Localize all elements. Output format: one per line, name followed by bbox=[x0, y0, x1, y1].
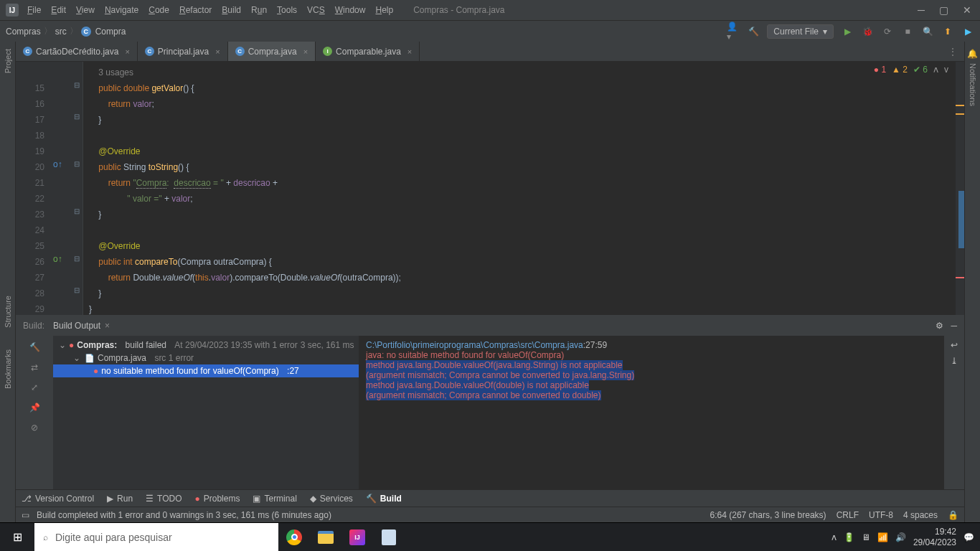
hide-panel-icon[interactable]: ─ bbox=[951, 321, 957, 331]
tray-notifications-icon[interactable]: 💬 bbox=[963, 532, 974, 542]
debug-icon[interactable]: 🐞 bbox=[861, 25, 874, 38]
close-icon[interactable]: × bbox=[303, 47, 308, 56]
menu-vcs[interactable]: VCS bbox=[307, 5, 325, 15]
minimize-button[interactable]: ─ bbox=[918, 4, 925, 16]
tool-run[interactable]: ▶ Run bbox=[107, 494, 133, 504]
menu-file[interactable]: File bbox=[27, 5, 41, 15]
breadcrumb[interactable]: Compras 〉 src 〉 C Compra bbox=[6, 25, 126, 37]
status-eol[interactable]: CRLF bbox=[837, 510, 859, 520]
menu-help[interactable]: Help bbox=[375, 5, 393, 15]
search-icon: ⌕ bbox=[43, 532, 48, 542]
tool-project[interactable]: Project bbox=[4, 49, 12, 73]
tab-cartao[interactable]: CCartãoDeCrédito.java× bbox=[16, 42, 138, 61]
prev-highlight-icon[interactable]: ʌ bbox=[933, 65, 938, 75]
coverage-icon[interactable]: ⟳ bbox=[881, 25, 894, 38]
menu-view[interactable]: View bbox=[76, 5, 95, 15]
class-icon: C bbox=[81, 27, 91, 37]
editor-scrollbar[interactable] bbox=[956, 62, 964, 315]
crumb-project[interactable]: Compras bbox=[6, 27, 41, 37]
taskbar-explorer-icon[interactable] bbox=[310, 523, 341, 551]
taskbar-search[interactable]: ⌕ Digite aqui para pesquisar bbox=[34, 523, 278, 551]
window-title: Compras - Compra.java bbox=[413, 5, 504, 15]
status-bar: ▭ Build completed with 1 error and 0 war… bbox=[16, 507, 964, 522]
status-message: Build completed with 1 error and 0 warni… bbox=[37, 510, 331, 520]
toggle-view-icon[interactable]: ⇄ bbox=[27, 360, 42, 375]
maximize-button[interactable]: ▢ bbox=[939, 4, 948, 16]
tray-clock[interactable]: 19:42 29/04/2023 bbox=[913, 527, 956, 547]
menu-window[interactable]: Window bbox=[335, 5, 366, 15]
tray-wifi-icon[interactable]: 📶 bbox=[877, 532, 888, 542]
tool-bookmarks[interactable]: Bookmarks bbox=[4, 349, 12, 389]
taskbar-chrome-icon[interactable] bbox=[278, 523, 310, 551]
build-label: Build: bbox=[23, 321, 44, 331]
code-content[interactable]: ● 1 ▲ 2 ✔ 6 ʌ v 3 usages public double g… bbox=[83, 62, 956, 315]
ide-update-icon[interactable]: ⬆ bbox=[941, 25, 954, 38]
tab-comparable[interactable]: IComparable.java× bbox=[316, 42, 420, 61]
tool-structure[interactable]: Structure bbox=[4, 296, 12, 328]
run-config-selector[interactable]: Current File▾ bbox=[767, 24, 834, 39]
tool-services[interactable]: ◆ Services bbox=[310, 494, 353, 504]
close-icon[interactable]: × bbox=[125, 47, 129, 56]
filter-icon[interactable]: ⊘ bbox=[27, 420, 42, 435]
crumb-folder[interactable]: src bbox=[55, 27, 67, 37]
build-icon[interactable]: 🔨 bbox=[747, 25, 760, 38]
learn-icon[interactable]: ▶ bbox=[961, 25, 974, 38]
tool-build[interactable]: 🔨 Build bbox=[366, 494, 402, 504]
soft-wrap-icon[interactable]: ↩ bbox=[951, 340, 958, 350]
pin-icon[interactable]: 📌 bbox=[27, 400, 42, 415]
taskbar-notepad-icon[interactable] bbox=[373, 523, 405, 551]
lock-icon[interactable]: 🔒 bbox=[948, 510, 958, 520]
tool-todo[interactable]: ☰ TODO bbox=[146, 494, 182, 504]
usages-hint[interactable]: 3 usages bbox=[98, 67, 133, 77]
build-panel: Build: Build Output × ⚙ ─ 🔨 ⇄ ⤢ 📌 ⊘ ⌄● bbox=[16, 315, 964, 489]
tray-chevron-icon[interactable]: ʌ bbox=[831, 532, 837, 542]
close-button[interactable]: ✕ bbox=[963, 4, 971, 16]
stop-icon[interactable]: ■ bbox=[901, 25, 914, 38]
menu-refactor[interactable]: Refactor bbox=[179, 5, 212, 15]
tool-problems[interactable]: ● Problems bbox=[195, 494, 240, 504]
status-tool-icon[interactable]: ▭ bbox=[22, 510, 29, 520]
tool-terminal[interactable]: ▣ Terminal bbox=[253, 494, 296, 504]
menu-code[interactable]: Code bbox=[149, 5, 169, 15]
user-icon[interactable]: 👤▾ bbox=[727, 25, 740, 38]
build-output[interactable]: C:\Portifolio\primeiroprograma\Compras\s… bbox=[359, 336, 944, 489]
status-encoding[interactable]: UTF-8 bbox=[869, 510, 893, 520]
menu-edit[interactable]: Edit bbox=[51, 5, 66, 15]
tab-compra[interactable]: CCompra.java× bbox=[228, 42, 316, 61]
tray-language-icon[interactable]: 🖥 bbox=[862, 532, 870, 542]
build-output-tab[interactable]: Build Output × bbox=[53, 321, 110, 331]
code-editor[interactable]: 151617 18192021 22232425 26272829 ⊟ ⊟ o↑… bbox=[16, 62, 964, 315]
menu-run[interactable]: Run bbox=[251, 5, 267, 15]
tree-root[interactable]: ⌄● Compras: build failed At 29/04/2023 1… bbox=[53, 339, 359, 352]
close-icon[interactable]: × bbox=[407, 47, 412, 56]
tab-principal[interactable]: CPrincipal.java× bbox=[138, 42, 228, 61]
run-icon[interactable]: ▶ bbox=[841, 25, 854, 38]
rerun-icon[interactable]: 🔨 bbox=[27, 340, 42, 354]
tool-vcs[interactable]: ⎇ Version Control bbox=[22, 494, 94, 504]
close-icon[interactable]: × bbox=[215, 47, 220, 56]
build-tree[interactable]: ⌄● Compras: build failed At 29/04/2023 1… bbox=[53, 336, 359, 489]
notification-bell-icon[interactable]: 🔔 bbox=[967, 49, 978, 59]
next-highlight-icon[interactable]: v bbox=[944, 65, 948, 75]
scroll-end-icon[interactable]: ⤓ bbox=[951, 356, 958, 366]
tab-menu-icon[interactable]: ⋮ bbox=[948, 47, 957, 57]
status-position[interactable]: 6:64 (267 chars, 3 line breaks) bbox=[710, 510, 826, 520]
menu-build[interactable]: Build bbox=[222, 5, 241, 15]
tray-volume-icon[interactable]: 🔊 bbox=[895, 532, 906, 542]
status-indent[interactable]: 4 spaces bbox=[903, 510, 938, 520]
system-tray: ʌ 🔋 🖥 📶 🔊 19:42 29/04/2023 💬 bbox=[831, 527, 980, 547]
search-icon[interactable]: 🔍 bbox=[921, 25, 934, 38]
menu-navigate[interactable]: Navigate bbox=[105, 5, 138, 15]
taskbar-intellij-icon[interactable]: IJ bbox=[341, 523, 373, 551]
expand-icon[interactable]: ⤢ bbox=[27, 380, 42, 395]
start-button[interactable]: ⊞ bbox=[0, 523, 34, 551]
tree-error[interactable]: ● no suitable method found for valueOf(C… bbox=[53, 364, 359, 377]
gear-icon[interactable]: ⚙ bbox=[936, 321, 943, 331]
title-bar: IJ File Edit View Navigate Code Refactor… bbox=[0, 0, 980, 20]
tree-file[interactable]: ⌄📄 Compra.java src 1 error bbox=[53, 352, 359, 364]
crumb-file[interactable]: Compra bbox=[95, 27, 126, 37]
menu-tools[interactable]: Tools bbox=[277, 5, 297, 15]
inspection-indicator[interactable]: ● 1 ▲ 2 ✔ 6 ʌ v bbox=[874, 65, 948, 75]
tray-battery-icon[interactable]: 🔋 bbox=[844, 532, 854, 542]
tool-notifications[interactable]: Notifications bbox=[969, 63, 977, 106]
